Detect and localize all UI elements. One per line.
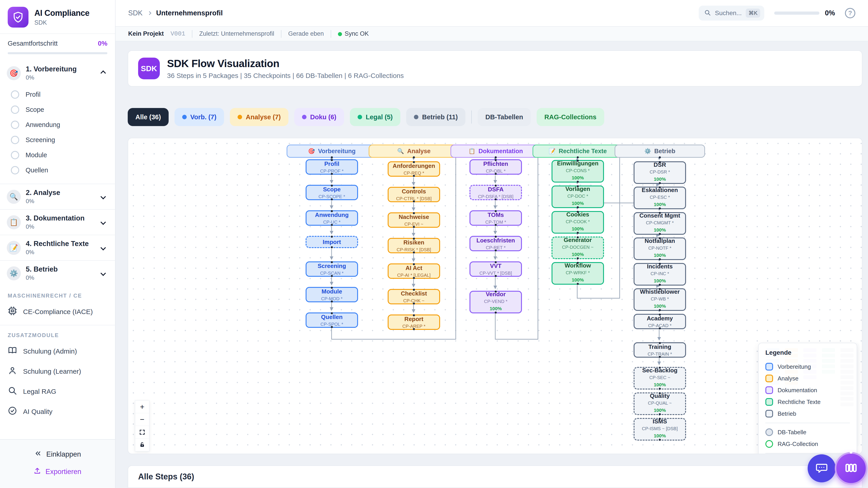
flow-node-generator[interactable]: GeneratorCP-DOCGEN ~100% — [552, 236, 604, 259]
breadcrumb-root[interactable]: SDK — [128, 9, 143, 17]
flow-node-ai-act[interactable]: AI ActCP-AI * [LEGAL] — [388, 263, 440, 279]
sidebar-section-4[interactable]: 📝 4. Rechtliche Texte 0% — [7, 240, 108, 256]
step-radio[interactable] — [11, 166, 19, 174]
export-button[interactable]: Exportieren — [0, 463, 115, 480]
sidebar-item-legal-rag[interactable]: Legal RAG — [0, 381, 115, 401]
sidebar-item-quellen[interactable]: Quellen — [11, 163, 108, 178]
node-code: CP-AI * [LEGAL] — [397, 273, 431, 278]
step-radio[interactable] — [11, 151, 19, 159]
help-icon[interactable]: ? — [845, 8, 855, 18]
flow-node-einwilligungen[interactable]: EinwilligungenCP-CONS *100% — [552, 160, 604, 183]
flow-node-quellen[interactable]: QuellenCP-SPOL * — [306, 313, 358, 328]
sidebar-section-5[interactable]: ⚙️ 5. Betrieb 0% — [7, 265, 108, 281]
group-header-rechtliche-texte[interactable]: 📝Rechtliche Texte — [532, 144, 623, 158]
group-header-analyse[interactable]: 🔍Analyse — [369, 144, 459, 158]
node-code: CP-RET * — [486, 245, 505, 250]
step-radio[interactable] — [11, 121, 19, 129]
chip-label: Analyse (7) — [246, 113, 281, 121]
group-header-vorbereitung[interactable]: 🎯Vorbereitung — [287, 144, 377, 158]
sidebar-item-anwendung[interactable]: Anwendung — [11, 117, 108, 132]
flow-node-screening[interactable]: ScreeningCP-SCAN * — [306, 261, 358, 277]
flow-node-scope[interactable]: ScopeCP-SCOPE * — [306, 185, 358, 200]
filter-chip-vorb-7[interactable]: Vorb. (7) — [175, 108, 224, 126]
flow-node-controls[interactable]: ControlsCP-CTRL * [DSB] — [388, 187, 440, 202]
sidebar-item-ce-compliance[interactable]: CE-Compliance (IACE) — [0, 302, 115, 322]
search-shortcut-badge: ⌘K — [746, 8, 760, 18]
flow-node-workflow[interactable]: WorkflowCP-WRKF *100% — [552, 262, 604, 285]
filter-chip-doku-6[interactable]: Doku (6) — [294, 108, 344, 126]
filter-chip-analyse-7[interactable]: Analyse (7) — [230, 108, 288, 126]
flow-node-nachweise[interactable]: NachweiseCP-EVI ~ — [388, 213, 440, 228]
flow-node-module[interactable]: ModuleCP-MOD * — [306, 287, 358, 302]
sidebar-item-schulung-admin[interactable]: Schulung (Admin) — [0, 341, 115, 361]
flow-node-training[interactable]: TrainingCP-TRAIN * — [633, 342, 686, 358]
sidebar-item-schulung-learner[interactable]: Schulung (Learner) — [0, 361, 115, 381]
chip-label: Alle (36) — [135, 113, 161, 121]
sidebar-item-screening[interactable]: Screening — [11, 132, 108, 148]
node-title: Vorlagen — [565, 186, 590, 193]
flow-node-profil[interactable]: ProfilCP-PROF * — [306, 159, 358, 175]
node-code: CP-CONS * — [566, 168, 590, 173]
flow-node-loeschfristen[interactable]: LoeschfristenCP-RET * — [469, 236, 522, 251]
step-radio[interactable] — [11, 105, 19, 114]
zoom-out-button[interactable]: − — [135, 413, 149, 426]
flow-node-whistleblower[interactable]: WhistleblowerCP-WB *100% — [633, 288, 686, 311]
sidebar-section-1[interactable]: 🎯 1. Vorbereitung 0% — [7, 65, 108, 81]
flow-node-cookies[interactable]: CookiesCP-COOK *100% — [552, 211, 604, 234]
flow-node-vvt[interactable]: VVTCP-VVT * [DSB] — [469, 261, 522, 277]
flow-node-risiken[interactable]: RisikenCP-RISK * [DSB] — [388, 238, 440, 253]
flow-node-consent-mgmt[interactable]: Consent MgmtCP-CMGMT *100% — [633, 212, 686, 235]
flow-canvas[interactable]: Legende VorbereitungAnalyseDokumentation… — [128, 138, 862, 454]
node-title: Profil — [324, 160, 339, 167]
filter-chip-legal-5[interactable]: Legal (5) — [350, 108, 400, 126]
section-title: 1. Vorbereitung — [26, 65, 76, 73]
filter-chip-rag-collections[interactable]: RAG-Collections — [537, 108, 604, 126]
flow-node-academy[interactable]: AcademyCP-ACAD * — [633, 314, 686, 329]
reactflow-controls: + − — [135, 400, 149, 451]
flow-node-toms[interactable]: TOMsCP-TOM * — [469, 210, 522, 226]
flow-node-anwendung[interactable]: AnwendungCP-UC * — [306, 210, 358, 226]
sidebar-item-module[interactable]: Module — [11, 148, 108, 163]
sidebar-item-ai-quality[interactable]: AI Quality — [0, 401, 115, 422]
step-radio[interactable] — [11, 90, 19, 99]
flow-node-dsr[interactable]: DSRCP-DSR *100% — [633, 161, 686, 184]
step-radio[interactable] — [11, 136, 19, 144]
flow-node-sec-backlog[interactable]: Sec-BacklogCP-SEC ~100% — [633, 367, 686, 390]
flow-node-isms[interactable]: ISMSCP-ISMS ~ [DSB]100% — [633, 418, 686, 441]
zoom-in-button[interactable]: + — [135, 400, 149, 413]
search-input[interactable]: Suchen... ⌘K — [699, 6, 764, 21]
sidebar-section-3[interactable]: 📋 3. Dokumentation 0% — [7, 214, 108, 230]
legend-swatch — [765, 375, 773, 382]
flow-node-quality[interactable]: QualityCP-QUAL ~100% — [633, 392, 686, 415]
flow-node-import[interactable]: Import — [306, 236, 358, 248]
flow-node-anforderungen[interactable]: AnforderungenCP-REQ * — [388, 161, 440, 177]
flow-node-dsfa[interactable]: DSFACP-DSFA * [DSB] — [469, 185, 522, 200]
sidebar-item-scope[interactable]: Scope — [11, 102, 108, 117]
node-code: CP-DSR * — [650, 169, 670, 175]
columns-panel-button[interactable] — [835, 452, 867, 485]
flow-node-pflichten[interactable]: PflichtenCP-OBL * — [469, 159, 522, 175]
overall-progress: Gesamtfortschritt 0% — [0, 34, 115, 61]
group-emoji-icon: 📝 — [549, 148, 556, 154]
collapse-sidebar-button[interactable]: Einklappen — [0, 446, 115, 463]
legend-swatch — [765, 363, 773, 370]
group-header-dokumentation[interactable]: 📋Dokumentation — [451, 144, 541, 158]
lock-icon[interactable] — [135, 438, 149, 451]
flow-node-checklist[interactable]: ChecklistCP-CHK ~ — [388, 289, 440, 304]
flow-node-eskalationen[interactable]: EskalationenCP-ESC *100% — [633, 187, 686, 209]
filter-chip-db-tabellen[interactable]: DB-Tabellen — [477, 108, 531, 126]
filter-chip-alle-36[interactable]: Alle (36) — [128, 108, 168, 126]
flow-node-vorlagen[interactable]: VorlagenCP-DOC *100% — [552, 186, 604, 208]
flow-node-notfallplan[interactable]: NotfallplanCP-NOTF *100% — [633, 237, 686, 260]
filter-chip-betrieb-11[interactable]: Betrieb (11) — [406, 108, 465, 126]
chat-button[interactable] — [808, 454, 836, 482]
sidebar-item-profil[interactable]: Profil — [11, 87, 108, 102]
node-code: CP-ISMS ~ [DSB] — [642, 426, 678, 431]
fit-view-button[interactable] — [135, 426, 149, 438]
sidebar-section-2[interactable]: 🔍 2. Analyse 0% — [7, 189, 108, 205]
group-header-betrieb[interactable]: ⚙️Betrieb — [615, 144, 705, 158]
flow-node-incidents[interactable]: IncidentsCP-INC *100% — [633, 263, 686, 286]
flow-node-vendor[interactable]: VendorCP-VEND *100% — [469, 291, 522, 313]
breadcrumb-current: Unternehmensprofil — [156, 9, 223, 17]
flow-node-report[interactable]: ReportCP-AREP * — [388, 315, 440, 330]
